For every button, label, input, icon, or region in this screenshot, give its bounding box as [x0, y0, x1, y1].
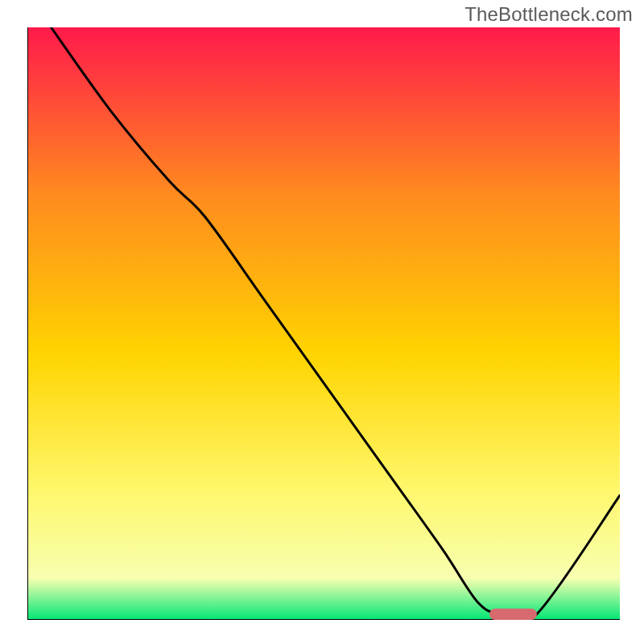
plot-area [27, 27, 620, 620]
optimal-range-marker [489, 609, 537, 620]
bottleneck-chart [27, 27, 620, 620]
chart-container: TheBottleneck.com [0, 0, 644, 644]
watermark-text: TheBottleneck.com [464, 3, 633, 26]
